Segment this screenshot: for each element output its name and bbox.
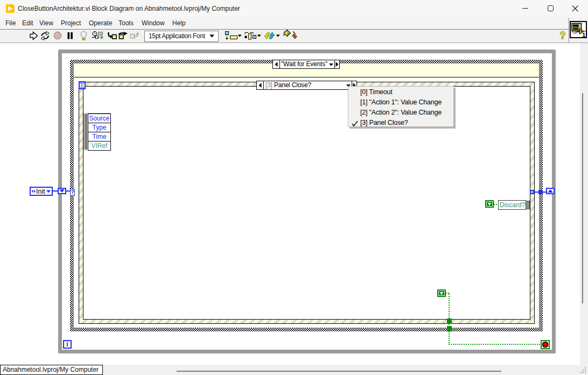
- svg-text:1: 1: [582, 32, 586, 38]
- svg-text:?: ?: [560, 30, 566, 41]
